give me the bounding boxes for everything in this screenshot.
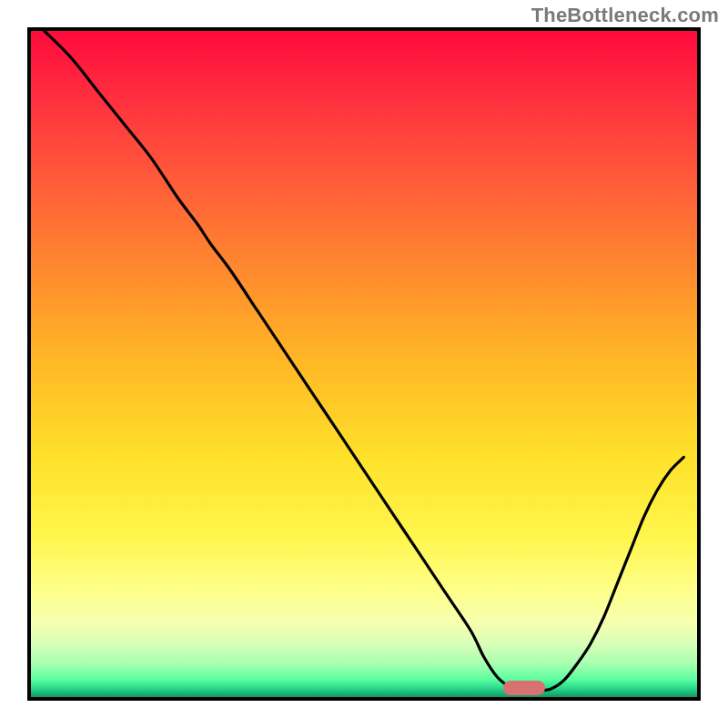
chart-canvas: TheBottleneck.com: [0, 0, 728, 728]
plot-frame: [27, 27, 701, 701]
optimal-point-marker: [503, 681, 545, 695]
bottleneck-curve: [31, 31, 697, 697]
watermark-text: TheBottleneck.com: [531, 4, 719, 27]
